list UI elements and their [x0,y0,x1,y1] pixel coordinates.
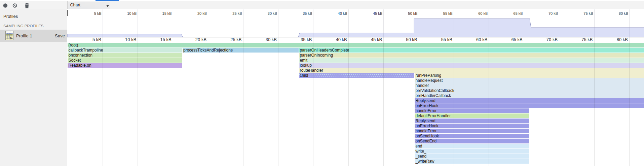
svg-text:%: % [10,36,13,40]
